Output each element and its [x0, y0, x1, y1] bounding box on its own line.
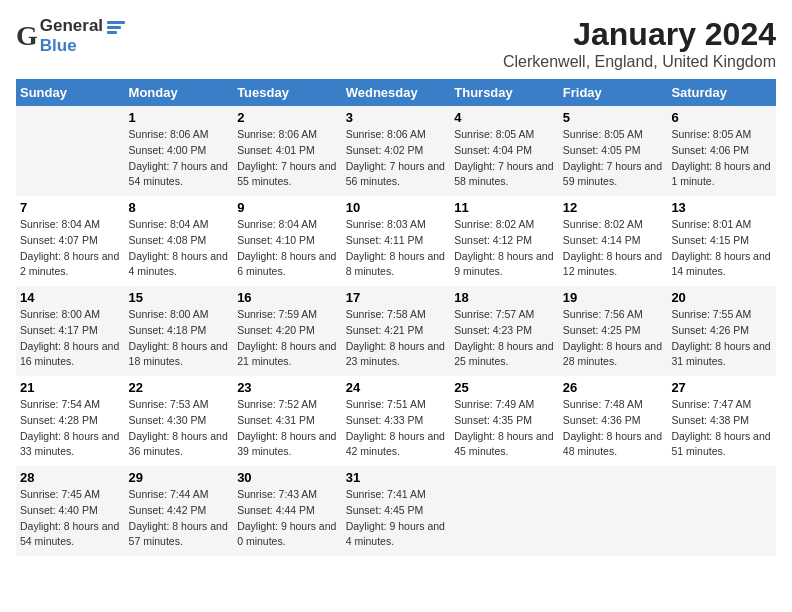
calendar-cell: 10Sunrise: 8:03 AMSunset: 4:11 PMDayligh…: [342, 196, 451, 286]
calendar-cell: 6Sunrise: 8:05 AMSunset: 4:06 PMDaylight…: [667, 106, 776, 196]
header-thursday: Thursday: [450, 79, 559, 106]
calendar-cell: 8Sunrise: 8:04 AMSunset: 4:08 PMDaylight…: [125, 196, 234, 286]
day-detail: Sunrise: 7:55 AMSunset: 4:26 PMDaylight:…: [671, 307, 772, 370]
logo-stripe-3: [107, 31, 117, 34]
day-detail: Sunrise: 7:41 AMSunset: 4:45 PMDaylight:…: [346, 487, 447, 550]
day-number: 22: [129, 380, 230, 395]
day-detail: Sunrise: 7:56 AMSunset: 4:25 PMDaylight:…: [563, 307, 664, 370]
day-number: 29: [129, 470, 230, 485]
calendar-cell: 11Sunrise: 8:02 AMSunset: 4:12 PMDayligh…: [450, 196, 559, 286]
calendar-cell: 14Sunrise: 8:00 AMSunset: 4:17 PMDayligh…: [16, 286, 125, 376]
day-detail: Sunrise: 7:57 AMSunset: 4:23 PMDaylight:…: [454, 307, 555, 370]
calendar-cell: 21Sunrise: 7:54 AMSunset: 4:28 PMDayligh…: [16, 376, 125, 466]
calendar-cell: [16, 106, 125, 196]
title-area: January 2024 Clerkenwell, England, Unite…: [503, 16, 776, 71]
calendar-cell: [450, 466, 559, 556]
calendar-cell: 23Sunrise: 7:52 AMSunset: 4:31 PMDayligh…: [233, 376, 342, 466]
calendar-cell: 15Sunrise: 8:00 AMSunset: 4:18 PMDayligh…: [125, 286, 234, 376]
calendar-cell: 25Sunrise: 7:49 AMSunset: 4:35 PMDayligh…: [450, 376, 559, 466]
calendar-cell: 2Sunrise: 8:06 AMSunset: 4:01 PMDaylight…: [233, 106, 342, 196]
day-detail: Sunrise: 7:51 AMSunset: 4:33 PMDaylight:…: [346, 397, 447, 460]
day-detail: Sunrise: 7:52 AMSunset: 4:31 PMDaylight:…: [237, 397, 338, 460]
calendar-cell: 20Sunrise: 7:55 AMSunset: 4:26 PMDayligh…: [667, 286, 776, 376]
calendar-week-3: 14Sunrise: 8:00 AMSunset: 4:17 PMDayligh…: [16, 286, 776, 376]
calendar-cell: 1Sunrise: 8:06 AMSunset: 4:00 PMDaylight…: [125, 106, 234, 196]
calendar-header-row: SundayMondayTuesdayWednesdayThursdayFrid…: [16, 79, 776, 106]
day-detail: Sunrise: 8:01 AMSunset: 4:15 PMDaylight:…: [671, 217, 772, 280]
calendar-cell: 31Sunrise: 7:41 AMSunset: 4:45 PMDayligh…: [342, 466, 451, 556]
calendar-cell: 18Sunrise: 7:57 AMSunset: 4:23 PMDayligh…: [450, 286, 559, 376]
day-number: 16: [237, 290, 338, 305]
header-tuesday: Tuesday: [233, 79, 342, 106]
calendar-cell: 24Sunrise: 7:51 AMSunset: 4:33 PMDayligh…: [342, 376, 451, 466]
calendar-cell: 12Sunrise: 8:02 AMSunset: 4:14 PMDayligh…: [559, 196, 668, 286]
day-detail: Sunrise: 7:58 AMSunset: 4:21 PMDaylight:…: [346, 307, 447, 370]
day-number: 3: [346, 110, 447, 125]
day-number: 24: [346, 380, 447, 395]
day-detail: Sunrise: 7:49 AMSunset: 4:35 PMDaylight:…: [454, 397, 555, 460]
day-number: 13: [671, 200, 772, 215]
day-number: 27: [671, 380, 772, 395]
day-number: 11: [454, 200, 555, 215]
logo-g: G: [16, 20, 38, 51]
calendar-cell: 30Sunrise: 7:43 AMSunset: 4:44 PMDayligh…: [233, 466, 342, 556]
day-detail: Sunrise: 8:06 AMSunset: 4:00 PMDaylight:…: [129, 127, 230, 190]
day-number: 23: [237, 380, 338, 395]
day-number: 28: [20, 470, 121, 485]
calendar-week-2: 7Sunrise: 8:04 AMSunset: 4:07 PMDaylight…: [16, 196, 776, 286]
day-detail: Sunrise: 8:06 AMSunset: 4:01 PMDaylight:…: [237, 127, 338, 190]
day-number: 25: [454, 380, 555, 395]
header-sunday: Sunday: [16, 79, 125, 106]
calendar-cell: 7Sunrise: 8:04 AMSunset: 4:07 PMDaylight…: [16, 196, 125, 286]
day-detail: Sunrise: 8:04 AMSunset: 4:08 PMDaylight:…: [129, 217, 230, 280]
calendar-cell: 5Sunrise: 8:05 AMSunset: 4:05 PMDaylight…: [559, 106, 668, 196]
day-number: 15: [129, 290, 230, 305]
day-detail: Sunrise: 7:54 AMSunset: 4:28 PMDaylight:…: [20, 397, 121, 460]
logo-stripe-1: [107, 21, 125, 24]
day-detail: Sunrise: 7:53 AMSunset: 4:30 PMDaylight:…: [129, 397, 230, 460]
header-wednesday: Wednesday: [342, 79, 451, 106]
calendar-cell: 22Sunrise: 7:53 AMSunset: 4:30 PMDayligh…: [125, 376, 234, 466]
logo-general: General: [40, 16, 103, 36]
day-number: 17: [346, 290, 447, 305]
day-number: 19: [563, 290, 664, 305]
day-detail: Sunrise: 7:44 AMSunset: 4:42 PMDaylight:…: [129, 487, 230, 550]
day-detail: Sunrise: 8:00 AMSunset: 4:17 PMDaylight:…: [20, 307, 121, 370]
calendar-week-4: 21Sunrise: 7:54 AMSunset: 4:28 PMDayligh…: [16, 376, 776, 466]
day-number: 6: [671, 110, 772, 125]
calendar-cell: 26Sunrise: 7:48 AMSunset: 4:36 PMDayligh…: [559, 376, 668, 466]
day-number: 10: [346, 200, 447, 215]
calendar-cell: 13Sunrise: 8:01 AMSunset: 4:15 PMDayligh…: [667, 196, 776, 286]
day-number: 18: [454, 290, 555, 305]
day-detail: Sunrise: 8:05 AMSunset: 4:04 PMDaylight:…: [454, 127, 555, 190]
day-number: 4: [454, 110, 555, 125]
day-detail: Sunrise: 8:05 AMSunset: 4:05 PMDaylight:…: [563, 127, 664, 190]
day-number: 20: [671, 290, 772, 305]
day-number: 30: [237, 470, 338, 485]
day-number: 7: [20, 200, 121, 215]
calendar-cell: 3Sunrise: 8:06 AMSunset: 4:02 PMDaylight…: [342, 106, 451, 196]
calendar-cell: 19Sunrise: 7:56 AMSunset: 4:25 PMDayligh…: [559, 286, 668, 376]
page-title: January 2024: [503, 16, 776, 53]
day-detail: Sunrise: 7:43 AMSunset: 4:44 PMDaylight:…: [237, 487, 338, 550]
header-saturday: Saturday: [667, 79, 776, 106]
calendar-cell: 29Sunrise: 7:44 AMSunset: 4:42 PMDayligh…: [125, 466, 234, 556]
day-detail: Sunrise: 8:00 AMSunset: 4:18 PMDaylight:…: [129, 307, 230, 370]
day-detail: Sunrise: 8:05 AMSunset: 4:06 PMDaylight:…: [671, 127, 772, 190]
calendar-cell: 9Sunrise: 8:04 AMSunset: 4:10 PMDaylight…: [233, 196, 342, 286]
day-number: 9: [237, 200, 338, 215]
day-number: 26: [563, 380, 664, 395]
day-detail: Sunrise: 7:48 AMSunset: 4:36 PMDaylight:…: [563, 397, 664, 460]
calendar-cell: [667, 466, 776, 556]
calendar-cell: 27Sunrise: 7:47 AMSunset: 4:38 PMDayligh…: [667, 376, 776, 466]
calendar-cell: 4Sunrise: 8:05 AMSunset: 4:04 PMDaylight…: [450, 106, 559, 196]
calendar-week-1: 1Sunrise: 8:06 AMSunset: 4:00 PMDaylight…: [16, 106, 776, 196]
day-number: 2: [237, 110, 338, 125]
day-detail: Sunrise: 8:02 AMSunset: 4:14 PMDaylight:…: [563, 217, 664, 280]
header-friday: Friday: [559, 79, 668, 106]
calendar-table: SundayMondayTuesdayWednesdayThursdayFrid…: [16, 79, 776, 556]
day-detail: Sunrise: 8:06 AMSunset: 4:02 PMDaylight:…: [346, 127, 447, 190]
day-detail: Sunrise: 8:04 AMSunset: 4:07 PMDaylight:…: [20, 217, 121, 280]
calendar-cell: [559, 466, 668, 556]
day-detail: Sunrise: 7:59 AMSunset: 4:20 PMDaylight:…: [237, 307, 338, 370]
